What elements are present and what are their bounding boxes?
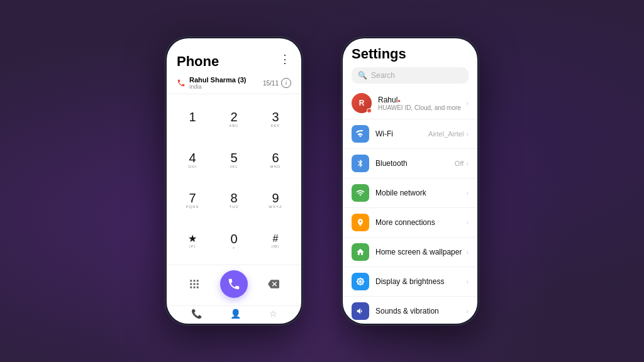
wifi-text: Wi-Fi [375, 129, 428, 138]
dial-key-0[interactable]: 0 + [213, 221, 255, 262]
profile-text: Rahul● HUAWEI ID, Cloud, and more [378, 96, 466, 111]
phone-screen: Phone ⋮ Rahul Sharma (3) India 15/11 i [167, 38, 301, 324]
settings-wifi-item[interactable]: Wi-Fi Airtel_Airtel › [343, 119, 477, 149]
svg-rect-5 [197, 283, 199, 285]
dial-key-hash[interactable]: # (W) [255, 221, 296, 262]
call-info: Rahul Sharma (3) India [189, 76, 263, 90]
bluetooth-label: Bluetooth [375, 159, 455, 168]
settings-mobile-item[interactable]: Mobile network › [343, 178, 477, 208]
search-bar[interactable]: 🔍 Search [352, 67, 469, 84]
bottom-nav: 📞 👤 ☆ [167, 305, 301, 324]
svg-rect-2 [197, 280, 199, 282]
call-info-button[interactable]: i [281, 78, 291, 88]
chevron-right-icon: › [466, 189, 469, 197]
display-icon [352, 273, 369, 290]
phone-device: Phone ⋮ Rahul Sharma (3) India 15/11 i [165, 36, 303, 326]
mobile-network-icon [352, 184, 369, 202]
display-text: Display & brightness [375, 277, 466, 286]
chevron-right-icon: › [466, 160, 469, 167]
call-count: 15/11 [263, 80, 279, 87]
settings-sound-item[interactable]: Sounds & vibration › [343, 297, 477, 324]
svg-rect-8 [197, 287, 199, 288]
homescreen-label: Home screen & wallpaper [375, 248, 466, 256]
chevron-right-icon: › [466, 248, 469, 256]
wifi-label: Wi-Fi [375, 129, 428, 138]
caller-location: India [189, 84, 263, 90]
settings-device: Settings 🔍 Search R Rahul● [341, 36, 479, 326]
caller-name: Rahul Sharma (3) [189, 76, 263, 84]
bluetooth-icon [352, 155, 369, 172]
dialpad: 1 2 ABC 3 DEF 4 GHI 5 JKL [167, 97, 301, 265]
homescreen-icon [352, 243, 369, 261]
connections-label: More connections [375, 218, 466, 227]
chevron-right-icon: › [466, 278, 469, 285]
dial-key-4[interactable]: 4 GHI [172, 140, 213, 181]
svg-rect-6 [190, 287, 192, 288]
settings-screen: Settings 🔍 Search R Rahul● [343, 38, 477, 324]
settings-title: Settings [352, 46, 469, 62]
settings-list: R Rahul● HUAWEI ID, Cloud, and more › [343, 87, 477, 324]
phone-app: Phone ⋮ Rahul Sharma (3) India 15/11 i [167, 38, 301, 324]
notification-dot: ● [397, 98, 401, 104]
profile-sublabel: HUAWEI ID, Cloud, and more [378, 104, 466, 111]
dial-key-star[interactable]: ★ (P) [172, 221, 213, 262]
menu-dots-icon[interactable]: ⋮ [279, 53, 291, 65]
call-meta: 15/11 i [263, 78, 291, 88]
settings-display-item[interactable]: Display & brightness › [343, 267, 477, 297]
settings-app: Settings 🔍 Search R Rahul● [343, 38, 477, 324]
svg-rect-4 [194, 283, 196, 285]
phone-header: Phone ⋮ [167, 48, 301, 72]
sound-label: Sounds & vibration [375, 307, 466, 315]
settings-header: Settings 🔍 Search [343, 38, 477, 87]
wifi-value: Airtel_Airtel [428, 130, 464, 138]
svg-rect-7 [194, 287, 196, 288]
delete-icon[interactable] [264, 275, 283, 293]
avatar: R [352, 93, 372, 113]
search-icon: 🔍 [358, 71, 367, 80]
missed-call-icon [177, 79, 186, 87]
call-button[interactable] [220, 270, 248, 298]
connections-icon [352, 214, 369, 231]
nav-contacts-icon[interactable]: 👤 [230, 309, 241, 319]
wifi-icon [352, 125, 369, 143]
bluetooth-value: Off [455, 160, 464, 167]
homescreen-text: Home screen & wallpaper [375, 248, 466, 256]
dial-key-6[interactable]: 6 MNO [255, 140, 296, 181]
bluetooth-text: Bluetooth [375, 159, 455, 168]
dial-key-2[interactable]: 2 ABC [213, 99, 255, 140]
chevron-right-icon: › [466, 307, 469, 315]
settings-bluetooth-item[interactable]: Bluetooth Off › [343, 149, 477, 178]
phone-bottom-bar [167, 265, 301, 305]
settings-profile-item[interactable]: R Rahul● HUAWEI ID, Cloud, and more › [343, 87, 477, 119]
phone-title: Phone [177, 53, 219, 70]
sound-text: Sounds & vibration [375, 307, 466, 315]
dial-key-5[interactable]: 5 JKL [213, 140, 255, 181]
chevron-right-icon: › [466, 99, 469, 107]
nav-phone-icon[interactable]: 📞 [191, 309, 202, 319]
dial-key-7[interactable]: 7 PQRS [172, 181, 213, 222]
svg-rect-1 [194, 280, 196, 282]
dial-key-8[interactable]: 8 TUV [213, 181, 255, 222]
chevron-right-icon: › [466, 219, 469, 226]
dialpad-icon[interactable] [185, 275, 204, 293]
svg-rect-0 [190, 280, 192, 282]
connections-text: More connections [375, 218, 466, 227]
mobile-text: Mobile network [375, 189, 466, 197]
chevron-right-icon: › [466, 130, 469, 138]
recent-call-item[interactable]: Rahul Sharma (3) India 15/11 i [167, 72, 301, 94]
dial-key-1[interactable]: 1 [172, 99, 213, 140]
dial-key-9[interactable]: 9 WXYZ [255, 181, 296, 222]
sound-icon [352, 302, 369, 320]
search-placeholder: Search [371, 71, 395, 80]
settings-connections-item[interactable]: More connections › [343, 208, 477, 238]
online-indicator [367, 108, 372, 113]
svg-rect-3 [190, 283, 192, 285]
settings-homescreen-item[interactable]: Home screen & wallpaper › [343, 238, 477, 267]
mobile-label: Mobile network [375, 189, 466, 197]
profile-name: Rahul● [378, 96, 466, 104]
nav-favorites-icon[interactable]: ☆ [269, 309, 277, 319]
display-label: Display & brightness [375, 277, 466, 286]
dial-key-3[interactable]: 3 DEF [255, 99, 296, 140]
